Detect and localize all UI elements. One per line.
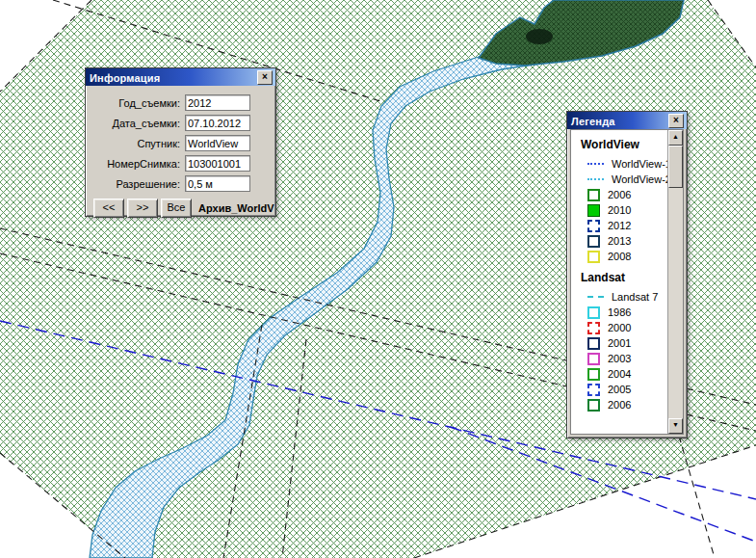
legend-item[interactable]: 2012 [571, 218, 667, 233]
legend-item[interactable]: 2006 [571, 397, 667, 412]
info-field-row: Дата_съемки: [90, 113, 268, 133]
legend-item-label: 2006 [608, 399, 631, 411]
square-outline-icon [587, 235, 600, 248]
legend-item-label: WorldView-2 [612, 173, 667, 185]
field-label: Дата_съемки: [90, 118, 185, 129]
info-toolbar: << >> Все Архив_WorldV [86, 194, 275, 218]
legend-item-label: 2006 [608, 189, 631, 200]
close-icon[interactable]: × [668, 114, 684, 128]
square-outline-icon [587, 337, 600, 350]
legend-item-label: 2005 [608, 384, 631, 395]
square-filled-icon [587, 204, 600, 217]
scroll-down-icon[interactable]: ▼ [668, 418, 683, 434]
square-outline-icon [587, 368, 600, 381]
info-window: Информация × Год_съемки:Дата_съемки:Спут… [85, 67, 276, 217]
field-label: Спутник: [90, 138, 185, 149]
info-field-row: Год_съемки: [90, 93, 268, 113]
legend-scrollbar[interactable]: ▲ ▼ [667, 130, 683, 434]
legend-item-label: Landsat 7 [612, 291, 658, 303]
legend-item[interactable]: 1986 [571, 305, 667, 320]
field-input-2[interactable] [185, 135, 250, 151]
info-window-title: Информация [90, 72, 160, 84]
legend-section-header: WorldView [571, 131, 667, 156]
legend-section-header: Landsat [571, 264, 667, 289]
legend-item-label: 1986 [608, 306, 631, 318]
all-records-button[interactable]: Все [161, 199, 192, 218]
legend-item[interactable]: 2005 [571, 382, 667, 397]
legend-item-label: 2003 [608, 353, 631, 364]
field-input-3[interactable] [185, 155, 250, 172]
square-dashed-icon [587, 220, 600, 232]
legend-item-label: 2013 [608, 235, 631, 247]
scroll-up-icon[interactable]: ▲ [668, 130, 683, 146]
prev-record-button[interactable]: << [93, 199, 124, 218]
square-outline-icon [587, 306, 600, 319]
legend-window: Легенда × WorldViewWorldView-1WorldView-… [566, 111, 688, 438]
square-outline-icon [587, 189, 600, 201]
legend-body: WorldViewWorldView-1WorldView-2200620102… [570, 129, 684, 435]
legend-item[interactable]: 2013 [571, 233, 667, 249]
legend-item-label: WorldView-1 [612, 158, 667, 170]
field-label: Разрешение: [90, 178, 185, 190]
active-layer-label: Архив_WorldV [198, 202, 274, 214]
info-fields: Год_съемки:Дата_съемки:Спутник:НомерСним… [86, 86, 275, 194]
legend-item[interactable]: 2001 [571, 335, 667, 351]
field-label: Год_съемки: [90, 97, 185, 109]
legend-item-label: 2010 [608, 204, 631, 216]
legend-list: WorldViewWorldView-1WorldView-2200620102… [571, 130, 667, 434]
dashed-line-icon [587, 296, 604, 298]
scrollbar-thumb[interactable] [668, 146, 683, 188]
next-record-button[interactable]: >> [127, 199, 158, 218]
square-outline-icon [587, 353, 600, 365]
info-field-row: Разрешение: [90, 173, 268, 194]
forest-dark-patch [526, 29, 553, 44]
legend-item[interactable]: 2008 [571, 249, 667, 264]
info-field-row: Спутник: [90, 133, 268, 153]
legend-item-label: 2008 [608, 251, 631, 262]
legend-window-title: Легенда [571, 116, 615, 127]
legend-item[interactable]: 2004 [571, 366, 667, 382]
square-outline-icon [587, 251, 600, 263]
legend-item-label: 2012 [608, 220, 631, 231]
square-dashed-icon [587, 384, 600, 396]
close-icon[interactable]: × [257, 70, 273, 85]
legend-item-label: 2004 [608, 368, 631, 380]
dotted-line-icon [587, 178, 604, 180]
legend-item[interactable]: WorldView-1 [571, 156, 667, 172]
legend-item-label: 2000 [608, 322, 631, 333]
square-outline-icon [587, 399, 600, 412]
info-field-row: НомерСнимка: [90, 153, 268, 173]
legend-item[interactable]: 2000 [571, 320, 667, 335]
square-dashed-icon [587, 322, 600, 334]
legend-item[interactable]: WorldView-2 [571, 172, 667, 187]
dotted-line-icon [587, 163, 604, 165]
legend-item[interactable]: 2003 [571, 351, 667, 366]
legend-item[interactable]: 2006 [571, 187, 667, 202]
field-label: НомерСнимка: [90, 158, 185, 170]
legend-item-label: 2001 [608, 337, 631, 349]
legend-item[interactable]: 2010 [571, 202, 667, 218]
legend-item[interactable]: Landsat 7 [571, 289, 667, 305]
info-window-titlebar[interactable]: Информация × [86, 68, 275, 86]
field-input-4[interactable] [185, 175, 250, 192]
field-input-1[interactable] [185, 115, 250, 131]
legend-window-titlebar[interactable]: Легенда × [567, 112, 687, 129]
field-input-0[interactable] [185, 94, 250, 111]
